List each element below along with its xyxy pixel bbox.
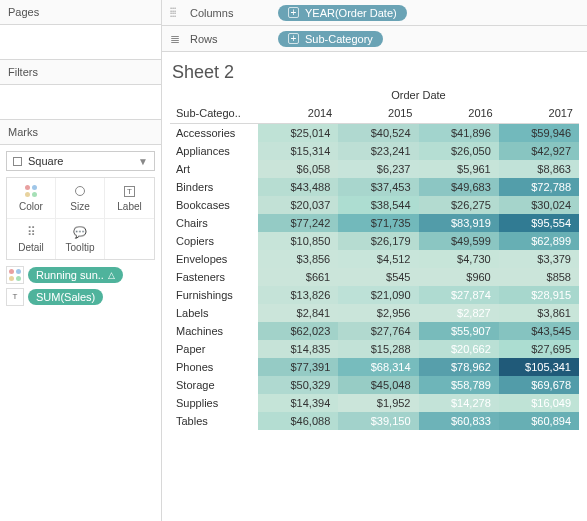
cell[interactable]: $2,841 <box>258 304 338 322</box>
cell[interactable]: $37,453 <box>338 178 418 196</box>
mark-type-select[interactable]: Square ▼ <box>6 151 155 171</box>
cell[interactable]: $15,314 <box>258 142 338 160</box>
cell[interactable]: $14,394 <box>258 394 338 412</box>
table-row: Envelopes$3,856$4,512$4,730$3,379 <box>170 250 579 268</box>
size-button[interactable]: Size <box>56 178 105 219</box>
cell[interactable]: $40,524 <box>338 124 418 143</box>
cell[interactable]: $858 <box>499 268 579 286</box>
mark-btn-label: Size <box>70 201 89 212</box>
row-label: Envelopes <box>170 250 258 268</box>
size-icon <box>75 186 85 196</box>
cell[interactable]: $83,919 <box>419 214 499 232</box>
col-header: 2015 <box>338 103 418 124</box>
cell[interactable]: $20,662 <box>419 340 499 358</box>
cell[interactable]: $960 <box>419 268 499 286</box>
tooltip-icon: 💬 <box>73 225 87 239</box>
cell[interactable]: $16,049 <box>499 394 579 412</box>
table-row: Paper$14,835$15,288$20,662$27,695 <box>170 340 579 358</box>
filters-shelf[interactable]: Filters <box>0 60 161 120</box>
label-button[interactable]: T Label <box>105 178 154 219</box>
cell[interactable]: $20,037 <box>258 196 338 214</box>
cell[interactable]: $59,946 <box>499 124 579 143</box>
cell[interactable]: $55,907 <box>419 322 499 340</box>
cell[interactable]: $69,678 <box>499 376 579 394</box>
cell[interactable]: $545 <box>338 268 418 286</box>
row-label: Fasteners <box>170 268 258 286</box>
cell[interactable]: $68,314 <box>338 358 418 376</box>
cell[interactable]: $6,237 <box>338 160 418 178</box>
row-label: Bookcases <box>170 196 258 214</box>
row-label: Storage <box>170 376 258 394</box>
cell[interactable]: $43,545 <box>499 322 579 340</box>
cell[interactable]: $3,856 <box>258 250 338 268</box>
cell[interactable]: $50,329 <box>258 376 338 394</box>
cell[interactable]: $5,961 <box>419 160 499 178</box>
cell[interactable]: $14,278 <box>419 394 499 412</box>
cell[interactable]: $13,826 <box>258 286 338 304</box>
cell[interactable]: $49,599 <box>419 232 499 250</box>
cell[interactable]: $661 <box>258 268 338 286</box>
table-row: Storage$50,329$45,048$58,789$69,678 <box>170 376 579 394</box>
cell[interactable]: $2,956 <box>338 304 418 322</box>
cell[interactable]: $15,288 <box>338 340 418 358</box>
color-button[interactable]: Color <box>7 178 56 219</box>
cell[interactable]: $23,241 <box>338 142 418 160</box>
table-row: Fasteners$661$545$960$858 <box>170 268 579 286</box>
marks-pill-label[interactable]: T SUM(Sales) <box>6 288 155 306</box>
cell[interactable]: $21,090 <box>338 286 418 304</box>
cell[interactable]: $105,341 <box>499 358 579 376</box>
row-label: Furnishings <box>170 286 258 304</box>
detail-button[interactable]: ⠿ Detail <box>7 219 56 259</box>
cell[interactable]: $1,952 <box>338 394 418 412</box>
cell[interactable]: $28,915 <box>499 286 579 304</box>
cell[interactable]: $43,488 <box>258 178 338 196</box>
cell[interactable]: $6,058 <box>258 160 338 178</box>
tooltip-button[interactable]: 💬 Tooltip <box>56 219 105 259</box>
cell[interactable]: $95,554 <box>499 214 579 232</box>
cell[interactable]: $39,150 <box>338 412 418 430</box>
cell[interactable]: $26,050 <box>419 142 499 160</box>
cell[interactable]: $60,833 <box>419 412 499 430</box>
marks-pill-color[interactable]: Running sun..△ <box>6 266 155 284</box>
cell[interactable]: $26,275 <box>419 196 499 214</box>
cell[interactable]: $62,023 <box>258 322 338 340</box>
columns-shelf[interactable]: ⦙⦙⦙ Columns + YEAR(Order Date) <box>162 0 587 26</box>
cell[interactable]: $49,683 <box>419 178 499 196</box>
cell[interactable]: $27,874 <box>419 286 499 304</box>
cell[interactable]: $42,927 <box>499 142 579 160</box>
cell[interactable]: $10,850 <box>258 232 338 250</box>
columns-pill[interactable]: + YEAR(Order Date) <box>278 5 407 21</box>
mark-btn-label: Tooltip <box>66 242 95 253</box>
cell[interactable]: $30,024 <box>499 196 579 214</box>
table-row: Machines$62,023$27,764$55,907$43,545 <box>170 322 579 340</box>
cell[interactable]: $4,512 <box>338 250 418 268</box>
cell[interactable]: $3,861 <box>499 304 579 322</box>
cell[interactable]: $58,789 <box>419 376 499 394</box>
cell[interactable]: $41,896 <box>419 124 499 143</box>
cell[interactable]: $3,379 <box>499 250 579 268</box>
row-label: Copiers <box>170 232 258 250</box>
plus-icon: + <box>288 33 299 44</box>
cell[interactable]: $46,088 <box>258 412 338 430</box>
cell[interactable]: $62,899 <box>499 232 579 250</box>
cell[interactable]: $38,544 <box>338 196 418 214</box>
cell[interactable]: $25,014 <box>258 124 338 143</box>
cell[interactable]: $8,863 <box>499 160 579 178</box>
cell[interactable]: $72,788 <box>499 178 579 196</box>
rows-pill[interactable]: + Sub-Category <box>278 31 383 47</box>
cell[interactable]: $2,827 <box>419 304 499 322</box>
cell[interactable]: $27,695 <box>499 340 579 358</box>
cell[interactable]: $45,048 <box>338 376 418 394</box>
cell[interactable]: $60,894 <box>499 412 579 430</box>
cell[interactable]: $14,835 <box>258 340 338 358</box>
cell[interactable]: $26,179 <box>338 232 418 250</box>
cell[interactable]: $77,242 <box>258 214 338 232</box>
cell[interactable]: $27,764 <box>338 322 418 340</box>
cell[interactable]: $77,391 <box>258 358 338 376</box>
pages-shelf[interactable]: Pages <box>0 0 161 60</box>
rows-shelf[interactable]: ≣ Rows + Sub-Category <box>162 26 587 52</box>
cell[interactable]: $4,730 <box>419 250 499 268</box>
cell[interactable]: $71,735 <box>338 214 418 232</box>
table-row: Chairs$77,242$71,735$83,919$95,554 <box>170 214 579 232</box>
cell[interactable]: $78,962 <box>419 358 499 376</box>
